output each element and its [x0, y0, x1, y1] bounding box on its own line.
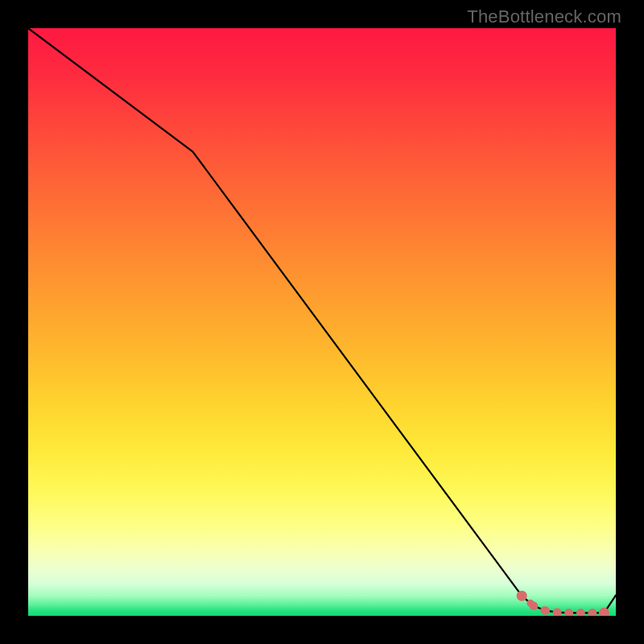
chart-overlay [28, 28, 616, 616]
bottleneck-curve-path [28, 28, 616, 613]
fit-marker [541, 606, 550, 615]
plot-area [28, 28, 616, 616]
fit-marker [517, 591, 527, 601]
fit-marker [588, 609, 597, 616]
fit-marker [553, 608, 562, 616]
chart-stage: TheBottleneck.com [0, 0, 644, 644]
fit-marker [564, 609, 573, 616]
fit-marker [576, 609, 585, 616]
watermark-text: TheBottleneck.com [467, 6, 621, 27]
fit-marker [530, 601, 539, 610]
